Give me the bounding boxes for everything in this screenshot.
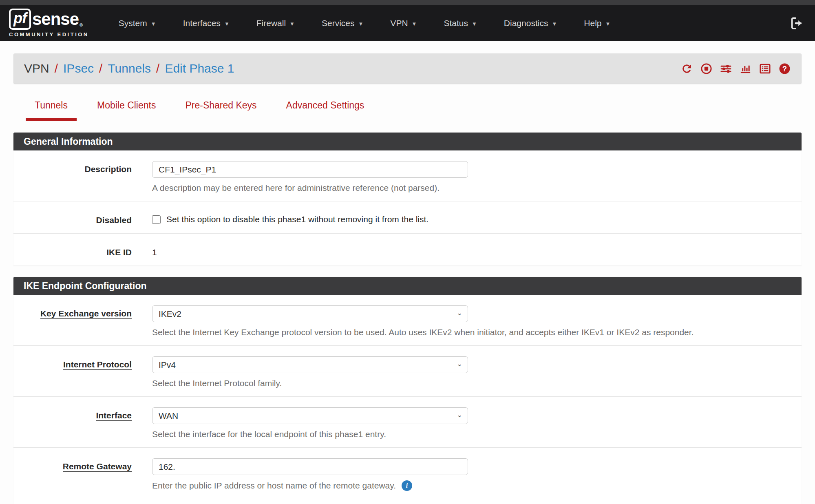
pfsense-logo-sense: sense	[32, 9, 79, 29]
nav-menu-system[interactable]: System ▼	[105, 5, 170, 41]
sign-out-icon[interactable]	[790, 16, 804, 30]
breadcrumb-link-edit-phase1[interactable]: Edit Phase 1	[165, 62, 234, 75]
tab-advanced-settings[interactable]: Advanced Settings	[277, 100, 373, 121]
disabled-checkbox[interactable]	[152, 215, 161, 224]
disabled-label: Disabled	[96, 215, 132, 225]
breadcrumb: VPN / IPsec / Tunnels / Edit Phase 1	[24, 62, 234, 75]
ike-id-value: 1	[152, 244, 785, 257]
stop-icon[interactable]	[700, 62, 713, 75]
navbar-menu: System ▼ Interfaces ▼ Firewall ▼ Service…	[105, 5, 790, 41]
pfsense-logo-row: pf sense ®	[9, 9, 89, 30]
internet-protocol-help-text: Select the Internet Protocol family.	[152, 378, 785, 388]
nav-menu-label: Help	[584, 18, 601, 28]
section-general-information: General Information Description A descri…	[13, 133, 802, 265]
remote-gateway-label[interactable]: Remote Gateway	[63, 462, 132, 472]
pfsense-logo-pf: pf	[9, 9, 31, 30]
tab-bar: Tunnels Mobile Clients Pre-Shared Keys A…	[26, 100, 802, 121]
nav-menu-diagnostics[interactable]: Diagnostics ▼	[490, 5, 570, 41]
key-exchange-version-label[interactable]: Key Exchange version	[40, 309, 132, 319]
key-exchange-version-help-text: Select the Internet Key Exchange protoco…	[152, 327, 785, 337]
disabled-checkbox-text: Set this option to disable this phase1 w…	[166, 214, 428, 224]
tab-mobile-clients[interactable]: Mobile Clients	[88, 100, 165, 121]
nav-menu-label: Status	[444, 18, 468, 28]
description-label: Description	[84, 164, 132, 174]
tab-pre-shared-keys[interactable]: Pre-Shared Keys	[176, 100, 265, 121]
section-ike-endpoint-configuration: IKE Endpoint Configuration Key Exchange …	[13, 277, 802, 504]
caret-down-icon: ▼	[412, 21, 417, 27]
caret-down-icon: ▼	[358, 21, 364, 27]
caret-down-icon: ▼	[289, 21, 295, 27]
description-input[interactable]	[152, 161, 468, 178]
breadcrumb-separator: /	[156, 62, 159, 75]
nav-menu-label: Services	[322, 18, 355, 28]
nav-menu-firewall[interactable]: Firewall ▼	[243, 5, 308, 41]
caret-down-icon: ▼	[472, 21, 477, 27]
nav-menu-help[interactable]: Help ▼	[570, 5, 624, 41]
svg-text:?: ?	[782, 64, 787, 73]
form-row-key-exchange-version: Key Exchange version IKEv2 ⌄ Select the …	[13, 295, 802, 345]
breadcrumb-link-tunnels[interactable]: Tunnels	[108, 62, 151, 75]
breadcrumb-separator: /	[99, 62, 102, 75]
form-row-ike-id: IKE ID 1	[13, 233, 802, 265]
form-row-remote-gateway: Remote Gateway Enter the public IP addre…	[13, 447, 802, 499]
ike-id-label: IKE ID	[106, 248, 132, 257]
interface-label[interactable]: Interface	[96, 411, 132, 421]
nav-menu-label: Diagnostics	[504, 18, 548, 28]
section-title-general-information: General Information	[13, 133, 802, 150]
caret-down-icon: ▼	[552, 21, 557, 27]
nav-menu-label: System	[119, 18, 147, 28]
pfsense-edit-phase1-page: pf sense ® COMMUNITY EDITION System ▼ In…	[0, 0, 815, 504]
related-settings-sliders-icon[interactable]	[720, 62, 732, 75]
nav-menu-label: Firewall	[256, 18, 286, 28]
internet-protocol-select[interactable]: IPv4	[152, 356, 468, 373]
caret-down-icon: ▼	[151, 21, 156, 27]
help-icon[interactable]: ?	[778, 62, 791, 75]
form-row-disabled: Disabled Set this option to disable this…	[13, 201, 802, 233]
breadcrumb-separator: /	[55, 62, 58, 75]
section-title-ike-endpoint-configuration: IKE Endpoint Configuration	[13, 277, 802, 295]
form-row-description: Description A description may be entered…	[13, 150, 802, 201]
remote-gateway-input[interactable]	[152, 458, 468, 475]
key-exchange-version-select[interactable]: IKEv2	[152, 305, 468, 322]
nav-menu-status[interactable]: Status ▼	[430, 5, 490, 41]
interface-select[interactable]: WAN	[152, 407, 468, 424]
nav-menu-services[interactable]: Services ▼	[308, 5, 377, 41]
info-icon[interactable]: i	[402, 480, 412, 491]
description-help-text: A description may be entered here for ad…	[152, 183, 785, 193]
pfsense-logo-registered-mark: ®	[80, 22, 83, 27]
breadcrumb-root: VPN	[24, 62, 49, 75]
nav-menu-vpn[interactable]: VPN ▼	[377, 5, 430, 41]
refresh-icon[interactable]	[680, 62, 693, 75]
internet-protocol-label[interactable]: Internet Protocol	[63, 360, 132, 370]
nav-menu-interfaces[interactable]: Interfaces ▼	[170, 5, 243, 41]
top-strip	[0, 0, 815, 5]
status-chart-icon[interactable]	[739, 62, 752, 75]
nav-menu-label: Interfaces	[183, 18, 221, 28]
form-row-interface: Interface WAN ⌄ Select the interface for…	[13, 396, 802, 447]
breadcrumb-bar: VPN / IPsec / Tunnels / Edit Phase 1	[13, 53, 802, 84]
caret-down-icon: ▼	[605, 21, 611, 27]
log-list-icon[interactable]	[759, 62, 771, 75]
breadcrumb-action-icons: ?	[680, 62, 791, 75]
main-navbar: pf sense ® COMMUNITY EDITION System ▼ In…	[0, 5, 815, 41]
remote-gateway-help-text: Enter the public IP address or host name…	[152, 481, 396, 491]
breadcrumb-link-ipsec[interactable]: IPsec	[63, 62, 94, 75]
tab-tunnels[interactable]: Tunnels	[26, 100, 77, 121]
pfsense-logo[interactable]: pf sense ® COMMUNITY EDITION	[9, 9, 89, 38]
form-row-internet-protocol: Internet Protocol IPv4 ⌄ Select the Inte…	[13, 345, 802, 396]
pfsense-logo-subtitle: COMMUNITY EDITION	[9, 31, 89, 38]
interface-help-text: Select the interface for the local endpo…	[152, 429, 785, 439]
nav-menu-label: VPN	[390, 18, 408, 28]
caret-down-icon: ▼	[224, 21, 230, 27]
